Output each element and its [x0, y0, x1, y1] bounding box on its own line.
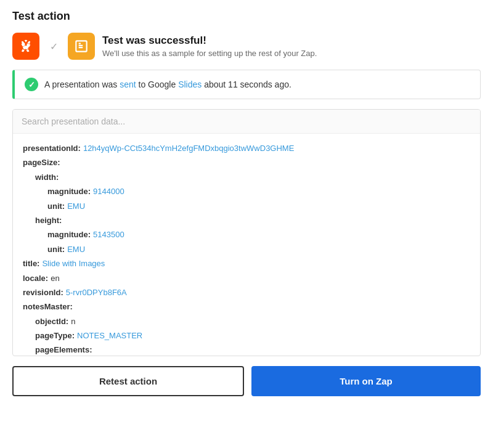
success-title: Test was successful! [102, 35, 317, 47]
data-value: 9144000 [93, 184, 124, 198]
data-key: height: [35, 213, 62, 227]
data-value: EMU [67, 199, 85, 213]
data-row: width: [23, 170, 470, 184]
data-key: revisionId: [23, 285, 63, 299]
data-key: unit: [47, 199, 65, 213]
data-row: revisionId:5-rvr0DPYb8F6A [23, 285, 470, 299]
data-value: n [71, 314, 75, 328]
data-value: en [51, 271, 59, 285]
check-icon: ✓ [47, 39, 60, 53]
data-row: title:Slide with Images [23, 256, 470, 271]
data-row: pageSize: [23, 155, 470, 169]
retest-button[interactable]: Retest action [12, 366, 244, 396]
data-key: presentationId: [23, 141, 81, 155]
data-key: title: [23, 256, 39, 271]
zapier-icon [12, 33, 39, 60]
data-row: objectId:n [23, 314, 470, 328]
banner-slides-link[interactable]: Slides [178, 79, 202, 89]
green-check-icon [25, 78, 38, 91]
success-header: ✓ Test was successful! We'll use this as… [12, 33, 481, 60]
data-value: 5-rvr0DPYb8F6A [66, 285, 127, 299]
data-row: presentationId:12h4yqWp-CCt534hcYmH2efgF… [23, 141, 470, 155]
data-key: width: [35, 170, 59, 184]
data-key: magnitude: [47, 184, 91, 198]
data-key: notesMaster: [23, 299, 73, 314]
data-row: unit:EMU [23, 199, 470, 213]
data-key: pageType: [35, 328, 75, 343]
data-value: 12h4yqWp-CCt534hcYmH2efgFMDxbqgio3twWwD3… [83, 141, 294, 155]
main-container: Test action ✓ Test was successful! We'll… [0, 0, 493, 448]
turn-on-zap-button[interactable]: Turn on Zap [251, 366, 481, 396]
data-row: notesMaster: [23, 299, 470, 314]
data-panel: presentationId:12h4yqWp-CCt534hcYmH2efgF… [12, 109, 481, 356]
banner-sent-link[interactable]: sent [120, 79, 136, 89]
search-bar[interactable] [13, 110, 480, 134]
banner-text: A presentation was sent to Google Slides… [44, 79, 291, 89]
data-value: NOTES_MASTER [77, 328, 142, 343]
data-key: pageSize: [23, 155, 60, 169]
page-title: Test action [12, 10, 481, 23]
footer-buttons: Retest action Turn on Zap [12, 366, 481, 396]
data-row: locale:en [23, 271, 470, 285]
data-row: magnitude:9144000 [23, 184, 470, 198]
data-content[interactable]: presentationId:12h4yqWp-CCt534hcYmH2efgF… [13, 134, 480, 356]
success-banner: A presentation was sent to Google Slides… [12, 70, 481, 99]
data-key: pageElements: [35, 343, 92, 356]
data-key: objectId: [35, 314, 68, 328]
success-text: Test was successful! We'll use this as a… [102, 35, 317, 58]
search-input[interactable] [22, 116, 471, 126]
data-value: 5143500 [93, 227, 124, 242]
data-value: Slide with Images [42, 256, 105, 271]
data-row: pageType:NOTES_MASTER [23, 328, 470, 343]
data-value: EMU [67, 242, 85, 256]
google-slides-icon [68, 33, 95, 60]
success-subtitle: We'll use this as a sample for setting u… [102, 49, 317, 58]
data-row: magnitude:5143500 [23, 227, 470, 242]
data-row: pageElements: [23, 343, 470, 356]
data-key: locale: [23, 271, 48, 285]
data-key: magnitude: [47, 227, 91, 242]
data-row: unit:EMU [23, 242, 470, 256]
data-key: unit: [47, 242, 65, 256]
data-row: height: [23, 213, 470, 227]
